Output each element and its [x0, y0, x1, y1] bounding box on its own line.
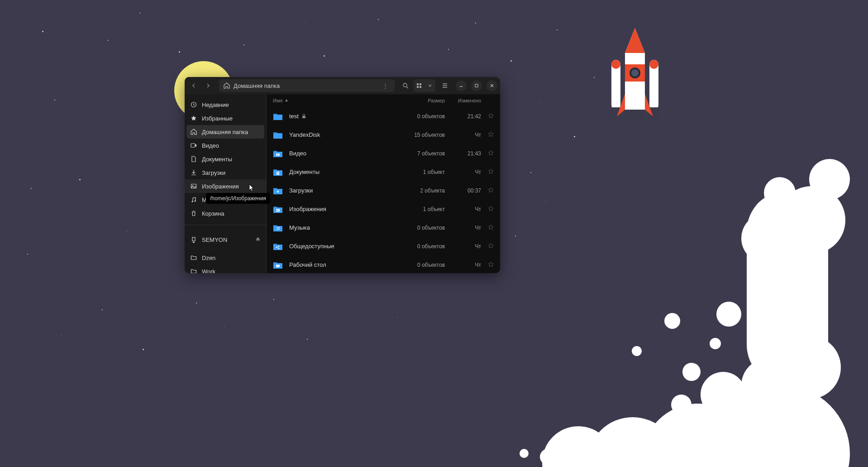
path-more-icon[interactable]: ⋮ — [381, 82, 390, 89]
eject-icon[interactable] — [255, 236, 261, 243]
file-row[interactable]: Рабочий стол0 объектовЧт — [267, 255, 500, 273]
sidebar-item-label: Dzen — [202, 255, 215, 261]
file-modified: Чт — [445, 262, 481, 268]
download-icon — [190, 169, 197, 176]
file-size: 2 объекта — [395, 188, 445, 194]
file-size: 1 объект — [395, 169, 445, 175]
file-size: 0 объектов — [395, 243, 445, 250]
file-modified: 21:42 — [445, 113, 481, 120]
column-name-header[interactable]: Имя — [273, 98, 395, 103]
file-row[interactable]: YandexDisk15 объектовЧт — [267, 125, 500, 144]
sidebar-item-recent[interactable]: Недавние — [185, 98, 266, 111]
file-name: Изображения — [289, 206, 395, 212]
file-modified: 21:43 — [445, 150, 481, 157]
maximize-icon — [474, 83, 479, 88]
forward-button[interactable] — [202, 79, 215, 92]
column-modified-header[interactable]: Изменено — [445, 98, 481, 103]
folder-icon — [273, 112, 283, 120]
svg-rect-19 — [192, 237, 195, 241]
svg-rect-3 — [649, 60, 658, 69]
file-row[interactable]: Загрузки2 объекта00:37 — [267, 181, 500, 200]
svg-point-27 — [279, 229, 280, 230]
star-toggle[interactable] — [481, 150, 494, 157]
file-row[interactable]: Документы1 объектЧт — [267, 163, 500, 181]
file-modified: Чт — [445, 243, 481, 250]
file-manager-window: Домашняя папка ⋮ — [185, 77, 500, 273]
file-modified: Чт — [445, 206, 481, 212]
sidebar-item-bookmark[interactable]: Dzen — [185, 251, 266, 265]
svg-rect-10 — [417, 86, 419, 88]
folder-icon — [273, 205, 283, 213]
path-tooltip: /home/jc/Изображения — [206, 193, 270, 204]
star-toggle[interactable] — [481, 206, 494, 213]
view-dropdown-button[interactable] — [424, 79, 435, 92]
sidebar-item-label: Изображения — [202, 183, 239, 190]
file-name: Музыка — [289, 224, 395, 231]
file-size: 15 объектов — [395, 132, 445, 138]
column-name-label: Имя — [273, 98, 282, 103]
file-row[interactable]: Изображения1 объектЧт — [267, 200, 500, 218]
sidebar-item-label: Документы — [202, 156, 232, 163]
file-name: Рабочий стол — [289, 261, 395, 268]
minimize-button[interactable] — [456, 80, 467, 91]
image-icon — [190, 183, 197, 190]
file-row[interactable]: Общедоступные0 объектовЧт — [267, 237, 500, 255]
svg-rect-9 — [420, 83, 421, 85]
star-toggle[interactable] — [481, 243, 494, 250]
svg-point-6 — [631, 69, 639, 77]
sidebar-item-bookmark[interactable]: Work — [185, 265, 266, 273]
svg-point-18 — [195, 201, 196, 202]
folder-icon — [190, 254, 197, 261]
sidebar-item-label: Недавние — [202, 101, 229, 108]
sidebar-item-images[interactable]: Изображения — [185, 179, 266, 193]
chevron-left-icon — [191, 83, 196, 88]
file-row[interactable]: test0 объектов21:42 — [267, 107, 500, 125]
sidebar-item-trash[interactable]: Корзина — [185, 207, 266, 220]
back-button[interactable] — [187, 79, 200, 92]
star-toggle[interactable] — [481, 187, 494, 194]
star-toggle[interactable] — [481, 169, 494, 176]
file-name: Загрузки — [289, 187, 395, 194]
file-row[interactable]: Видео7 объектов21:43 — [267, 144, 500, 163]
star-icon — [190, 115, 197, 122]
path-bar[interactable]: Домашняя папка ⋮ — [219, 79, 395, 92]
lock-icon — [301, 114, 307, 119]
svg-rect-11 — [420, 86, 421, 88]
svg-rect-8 — [417, 83, 419, 85]
maximize-button[interactable] — [471, 80, 482, 91]
sidebar-item-label: SEMYON — [202, 236, 227, 243]
sidebar-item-label: Корзина — [202, 210, 224, 217]
column-size-header[interactable]: Размер — [395, 98, 445, 103]
star-toggle[interactable] — [481, 261, 494, 269]
sidebar-item-label: Загрузки — [202, 169, 225, 176]
home-icon — [190, 128, 197, 135]
file-name: Документы — [289, 169, 395, 175]
sort-asc-icon — [285, 99, 288, 102]
search-button[interactable] — [399, 79, 412, 92]
menu-button[interactable] — [439, 79, 451, 92]
svg-point-17 — [192, 201, 193, 202]
file-modified: Чт — [445, 132, 481, 138]
svg-rect-21 — [302, 116, 305, 118]
sidebar-item-starred[interactable]: Избранные — [185, 111, 266, 125]
file-modified: Чт — [445, 169, 481, 175]
file-size: 0 объектов — [395, 225, 445, 231]
star-toggle[interactable] — [481, 131, 494, 139]
tooltip-text: /home/jc/Изображения — [210, 195, 266, 202]
file-size: 0 объектов — [395, 262, 445, 268]
sidebar-item-documents[interactable]: Документы — [185, 152, 266, 166]
sidebar-item-downloads[interactable]: Загрузки — [185, 166, 266, 179]
grid-view-button[interactable] — [414, 79, 424, 92]
sidebar-item-video[interactable]: Видео — [185, 139, 266, 152]
music-icon — [190, 196, 197, 203]
sidebar-item-home[interactable]: Домашняя папка — [186, 125, 264, 139]
star-toggle[interactable] — [481, 113, 494, 120]
svg-point-7 — [403, 83, 407, 87]
exhaust-cloud — [461, 150, 868, 467]
sidebar-item-device[interactable]: SEMYON — [185, 225, 266, 246]
folder-icon — [273, 168, 283, 176]
folder-icon — [190, 268, 197, 273]
star-toggle[interactable] — [481, 224, 494, 231]
file-row[interactable]: Музыка0 объектовЧт — [267, 218, 500, 237]
close-button[interactable] — [486, 80, 497, 91]
